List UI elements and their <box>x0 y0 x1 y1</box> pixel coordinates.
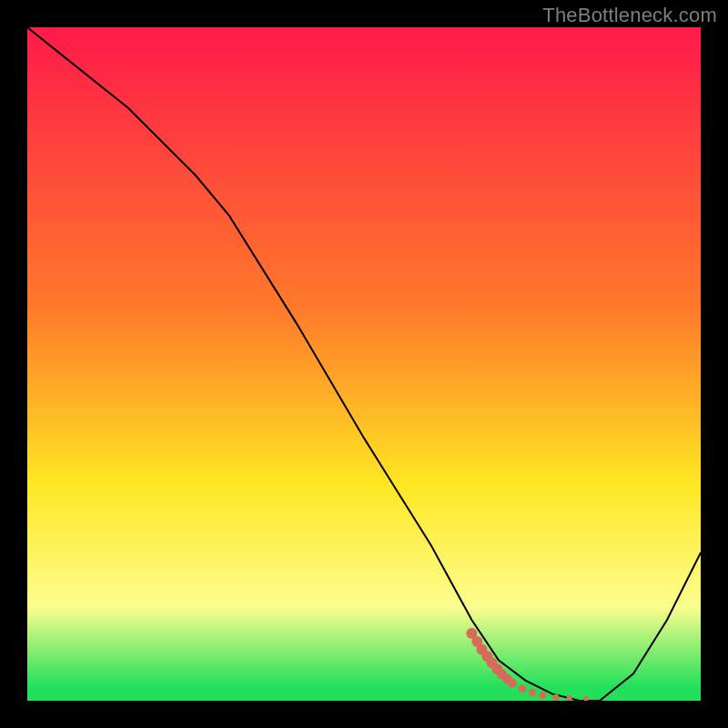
gradient-background <box>27 27 701 701</box>
chart-frame: TheBottleneck.com <box>0 0 728 728</box>
highlight-dot <box>539 692 546 699</box>
chart-svg <box>27 27 701 701</box>
highlight-dot <box>552 694 559 701</box>
highlight-dot <box>529 689 536 696</box>
highlight-dot <box>508 679 517 688</box>
watermark-text: TheBottleneck.com <box>542 4 717 27</box>
highlight-dot <box>518 684 526 693</box>
highlight-dot <box>567 695 572 701</box>
plot-area <box>27 27 701 701</box>
